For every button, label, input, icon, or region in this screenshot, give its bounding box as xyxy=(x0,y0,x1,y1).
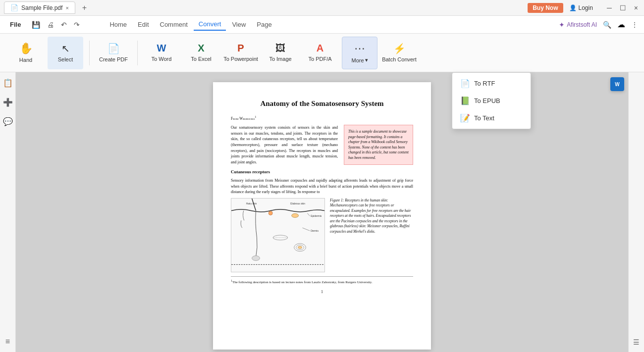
menu-right: ✦ Afirstsoft AI 🔍 ☁ ⋮ xyxy=(559,20,638,29)
pdf-source: From Wikibooks1 xyxy=(231,114,413,121)
to-excel-button[interactable]: X To Excel xyxy=(183,37,219,69)
svg-point-9 xyxy=(298,246,302,249)
pdf-footnote-text: The following description is based on le… xyxy=(232,280,373,284)
ai-label: Afirstsoft AI xyxy=(567,21,597,28)
to-powerpoint-button[interactable]: P To Powerpoint xyxy=(223,37,259,69)
select-icon: ↖ xyxy=(61,43,70,54)
thumbnail-icon[interactable]: 📋 xyxy=(1,76,15,90)
titlebar: 📄 Sample File.pdf × + Buy Now 👤 Login ─ … xyxy=(0,0,644,16)
quick-actions: 💾 🖨 ↶ ↷ xyxy=(29,19,83,30)
skin-diagram-svg: Hairy skin Glabrous skin Epidermis xyxy=(231,198,324,272)
to-image-icon: 🖼 xyxy=(275,43,285,54)
select-label: Select xyxy=(58,56,73,63)
hand-icon: ✋ xyxy=(19,42,33,55)
left-sidebar: 📋 ➕ 💬 ≡ xyxy=(0,72,16,352)
undo-button[interactable]: ↶ xyxy=(58,19,70,30)
cloud-button[interactable]: ☁ xyxy=(617,20,625,29)
footnote-marker: 1 xyxy=(255,115,256,118)
more-button[interactable]: ⋯ More ▾ xyxy=(342,37,377,69)
svg-text:Hairy skin: Hairy skin xyxy=(246,202,257,204)
pdf-intro-text: Our somatosensory system consists of sen… xyxy=(231,125,338,165)
to-image-label: To Image xyxy=(269,56,291,62)
main-area: 📋 ➕ 💬 ≡ Anatomy of the Somatosensory Sys… xyxy=(0,72,644,352)
pdf-cutaneous-text: Sensory information from Meissner corpus… xyxy=(231,178,413,195)
pdf-figure: Hairy skin Glabrous skin Epidermis xyxy=(231,198,413,272)
comment-panel-icon[interactable]: 💬 xyxy=(1,115,15,128)
pdf-page-number: 1 xyxy=(231,289,413,295)
create-pdf-button[interactable]: 📄 Create PDF xyxy=(96,37,131,69)
minimize-button[interactable]: ─ xyxy=(605,4,614,12)
menu-extra-button[interactable]: ⋮ xyxy=(631,21,638,29)
hand-tool-button[interactable]: ✋ Hand xyxy=(8,37,44,69)
right-sidebar: W ☰ xyxy=(628,72,644,352)
svg-point-6 xyxy=(292,213,299,217)
tab-sample-file[interactable]: 📄 Sample File.pdf × xyxy=(4,1,75,14)
to-rtf-item[interactable]: 📄 To RTF xyxy=(452,75,531,92)
more-icon: ⋯ xyxy=(354,42,365,55)
more-label: More ▾ xyxy=(351,57,368,63)
to-word-label: To Word xyxy=(152,56,172,62)
tab-title: Sample File.pdf xyxy=(21,4,62,11)
to-excel-icon: X xyxy=(198,43,204,54)
note-icon[interactable]: ≡ xyxy=(3,335,12,348)
word-floating-icon[interactable]: W xyxy=(610,77,624,91)
select-tool-button[interactable]: ↖ Select xyxy=(48,37,83,69)
epub-icon: 📗 xyxy=(460,96,470,105)
menu-comment[interactable]: Comment xyxy=(155,19,193,30)
to-word-button[interactable]: W To Word xyxy=(144,37,179,69)
pdf-figure-image: Hairy skin Glabrous skin Epidermis xyxy=(231,198,325,272)
svg-text:Epidermis: Epidermis xyxy=(311,215,322,217)
new-tab-button[interactable]: + xyxy=(79,2,90,13)
menu-edit[interactable]: Edit xyxy=(133,19,154,30)
menu-convert[interactable]: Convert xyxy=(194,18,226,31)
pdf-title: Anatomy of the Somatosensory System xyxy=(231,98,413,109)
login-label: Login xyxy=(579,4,593,11)
to-pdfa-label: To PDF/A xyxy=(308,56,331,62)
ai-button[interactable]: ✦ Afirstsoft AI xyxy=(559,21,597,29)
to-text-item[interactable]: 📝 To Text xyxy=(452,109,531,127)
word-icon-label: W xyxy=(615,82,619,87)
to-image-button[interactable]: 🖼 To Image xyxy=(263,37,298,69)
to-excel-label: To Excel xyxy=(191,56,212,62)
to-epub-item[interactable]: 📗 To EPUB xyxy=(452,92,531,109)
pdf-intro-section: Our somatosensory system consists of sen… xyxy=(231,125,413,165)
text-icon: 📝 xyxy=(460,113,470,123)
print-button[interactable]: 🖨 xyxy=(44,19,57,30)
search-button[interactable]: 🔍 xyxy=(603,21,611,29)
to-pdfa-icon: A xyxy=(317,43,323,54)
batch-convert-button[interactable]: ⚡ Batch Convert xyxy=(381,37,417,69)
svg-point-12 xyxy=(268,211,272,215)
add-page-icon[interactable]: ➕ xyxy=(1,96,15,109)
login-area[interactable]: 👤 Login xyxy=(569,4,593,11)
menu-home[interactable]: Home xyxy=(105,19,132,30)
tab-close-button[interactable]: × xyxy=(65,5,68,11)
menu-page[interactable]: Page xyxy=(252,19,276,30)
properties-panel-icon[interactable]: ☰ xyxy=(631,336,642,348)
redo-button[interactable]: ↷ xyxy=(71,19,83,30)
close-button[interactable]: × xyxy=(632,4,640,12)
to-epub-label: To EPUB xyxy=(474,97,500,104)
toolbar-divider-1 xyxy=(89,41,90,65)
more-chevron-icon: ▾ xyxy=(365,57,368,63)
toolbar-divider-2 xyxy=(137,41,138,65)
to-text-label: To Text xyxy=(474,114,494,122)
pdf-cutaneous-title: Cutaneous receptors xyxy=(231,169,413,176)
file-menu[interactable]: File xyxy=(6,19,25,30)
pdf-page: Anatomy of the Somatosensory System From… xyxy=(213,82,431,350)
rtf-icon: 📄 xyxy=(460,79,470,88)
pdf-viewer[interactable]: Anatomy of the Somatosensory System From… xyxy=(16,72,628,352)
hand-label: Hand xyxy=(19,57,32,63)
svg-text:Dermis: Dermis xyxy=(311,230,319,232)
to-pdfa-button[interactable]: A To PDF/A xyxy=(302,37,338,69)
more-dropdown-menu: 📄 To RTF 📗 To EPUB 📝 To Text xyxy=(452,72,531,129)
toolbar: ✋ Hand ↖ Select 📄 Create PDF W To Word X… xyxy=(0,34,644,72)
menu-navigation: Home Edit Comment Convert View Page xyxy=(105,18,276,31)
to-rtf-label: To RTF xyxy=(474,80,495,87)
maximize-button[interactable]: ☐ xyxy=(618,4,628,12)
save-button[interactable]: 💾 xyxy=(29,19,43,30)
user-icon: 👤 xyxy=(569,4,577,11)
svg-point-5 xyxy=(252,255,260,260)
buy-now-button[interactable]: Buy Now xyxy=(528,3,563,13)
ai-star-icon: ✦ xyxy=(559,21,565,29)
menu-view[interactable]: View xyxy=(227,19,251,30)
